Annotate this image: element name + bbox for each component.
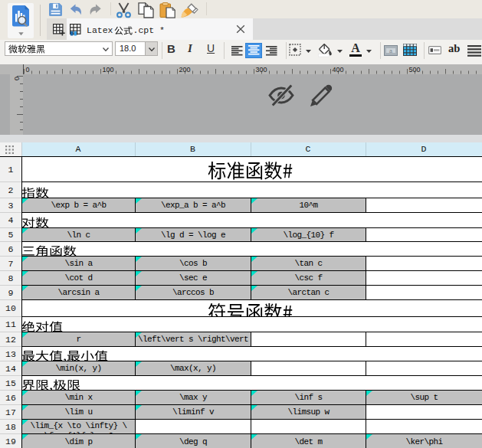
svg-text:100: 100 (103, 66, 114, 74)
svg-text:300: 300 (256, 66, 267, 74)
svg-text:0: 0 (13, 77, 21, 80)
svg-text:a: a (389, 48, 392, 54)
svg-text:500: 500 (409, 66, 421, 74)
svg-text:0: 0 (26, 66, 30, 74)
svg-text:400: 400 (333, 66, 344, 74)
svg-text:200: 200 (179, 66, 191, 74)
